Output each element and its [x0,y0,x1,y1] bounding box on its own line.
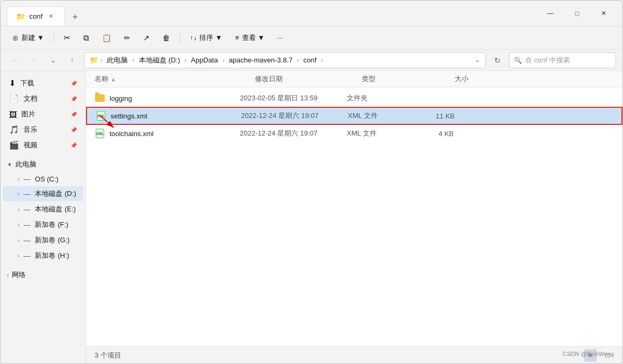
up-button[interactable]: ↑ [65,53,80,68]
this-pc-header[interactable]: ▼ 此电脑 [1,157,85,172]
col-date-label: 修改日期 [255,75,283,83]
sidebar-item-music[interactable]: 🎵 音乐 📌 [3,122,83,137]
sort-button[interactable]: ↑↓ 排序 ▼ [184,30,227,45]
f-chevron: › [18,222,19,228]
this-pc-section: ▼ 此电脑 › — OS (C:) › — 本地磁盘 (D:) › — 本地磁盘… [1,157,85,263]
more-button[interactable]: ··· [272,31,289,44]
c-chevron: › [18,176,19,182]
sidebar: ⬇ 下载 📌 📄 文档 📌 🖼 图片 📌 🎵 音乐 📌 🎬 视频 [1,71,86,363]
column-headers: 名称 ▲ 修改日期 类型 大小 [86,71,622,88]
sidebar-item-f[interactable]: › — 新加卷 (F:) [3,217,83,232]
more-icon: ··· [277,34,283,42]
file-size-1: 11 KB [412,112,455,120]
forward-button[interactable]: → [26,53,41,68]
sort-arrow-name: ▲ [111,76,116,82]
sidebar-e-label: 本地磁盘 (E:) [35,204,76,214]
toolbar-sep-2 [180,33,180,43]
sidebar-videos-label: 视频 [24,140,37,150]
file-area: 名称 ▲ 修改日期 类型 大小 [86,71,622,346]
minimize-button[interactable]: — [538,5,563,22]
file-list: logging 2023-02-05 星期日 13:59 文件夹 XML set… [86,88,622,346]
g-chevron: › [18,238,19,243]
rename-button[interactable]: ✏ [119,31,136,45]
sort-label: 排序 ▼ [199,33,222,43]
path-item-3[interactable]: apache-maven-3.8.7 [227,55,294,65]
back-button[interactable]: ← [7,53,22,68]
table-row[interactable]: XML toolchains.xml 2022-12-24 星期六 19:07 … [86,125,622,142]
sidebar-d-label: 本地磁盘 (D:) [35,189,76,199]
network-label: 网络 [12,270,26,280]
g-drive-icon: — [24,236,30,244]
file-type-0: 文件夹 [347,93,411,103]
address-path[interactable]: 📁 › 此电脑 › 本地磁盘 (D:) › AppData › apache-m… [84,52,486,68]
table-row[interactable]: logging 2023-02-05 星期日 13:59 文件夹 [86,90,622,107]
file-name-cell-1: XML settings.xml [96,110,241,121]
delete-button[interactable]: 🗑 [157,31,175,45]
tab-close-button[interactable]: ✕ [47,12,56,21]
view-button[interactable]: ≡ 查看 ▼ [230,30,270,45]
downloads-pin-icon: 📌 [71,81,77,86]
sidebar-item-pictures[interactable]: 🖼 图片 📌 [3,107,83,122]
sidebar-pictures-label: 图片 [21,109,35,119]
sidebar-item-documents[interactable]: 📄 文档 📌 [3,91,83,106]
tab-area: 📁 conf ✕ + [7,1,538,26]
tab-label: conf [29,12,43,20]
col-name-label: 名称 [95,74,108,84]
path-item-0[interactable]: 此电脑 [105,54,130,66]
table-row[interactable]: XML settings.xml 2022-12-24 星期六 19:07 XM… [86,107,622,125]
main-area: ⬇ 下载 📌 📄 文档 📌 🖼 图片 📌 🎵 音乐 📌 🎬 视频 [1,71,622,363]
path-sep-0: › [100,56,103,64]
pictures-pin-icon: 📌 [71,112,77,117]
new-icon: ⊕ [12,34,19,42]
network-section: › 网络 [1,267,85,282]
file-name-0: logging [110,94,132,102]
path-item-4[interactable]: conf [301,55,319,65]
sidebar-item-h[interactable]: › — 新加卷 (H:) [3,248,83,263]
new-label: 新建 ▼ [21,33,44,43]
new-button[interactable]: ⊕ 新建 ▼ [7,30,49,45]
share-button[interactable]: ↗ [138,31,155,45]
maximize-button[interactable]: □ [565,5,589,22]
view-icon: ≡ [235,34,239,42]
new-tab-button[interactable]: + [67,9,84,26]
file-area-wrapper: 名称 ▲ 修改日期 类型 大小 [86,71,622,363]
sort-icon: ↑↓ [190,34,197,42]
network-header[interactable]: › 网络 [1,267,85,282]
search-box[interactable]: 🔍 在 conf 中搜索 [509,52,616,68]
path-item-1[interactable]: 本地磁盘 (D:) [137,54,182,66]
paste-button[interactable]: 📋 [97,31,116,45]
f-drive-icon: — [24,221,30,229]
documents-pin-icon: 📌 [71,96,77,102]
music-icon: 🎵 [9,125,19,134]
sidebar-item-g[interactable]: › — 新加卷 (G:) [3,233,83,248]
d-drive-icon: — [24,190,30,198]
path-sep-1: › [132,56,134,64]
d-chevron: › [18,191,19,197]
tab-folder-icon: 📁 [16,12,25,21]
recent-button[interactable]: ⌄ [45,53,60,68]
file-name-2: toolchains.xml [110,130,153,138]
watermark: CSDN @BeinWong [563,351,614,357]
share-icon: ↗ [143,34,150,42]
file-date-0: 2023-02-05 星期日 13:59 [240,93,347,103]
sidebar-item-videos[interactable]: 🎬 视频 📌 [3,138,83,153]
file-type-2: XML 文件 [347,129,411,138]
col-type-label: 类型 [362,75,376,83]
sidebar-item-c[interactable]: › — OS (C:) [3,172,83,186]
cut-button[interactable]: ✂ [58,30,76,45]
toolbar: ⊕ 新建 ▼ ✂ ⧉ 📋 ✏ ↗ 🗑 ↑↓ 排序 ▼ ≡ 查看 ▼ [1,26,622,50]
sidebar-item-d[interactable]: › — 本地磁盘 (D:) [3,186,83,201]
sidebar-documents-label: 文档 [24,94,37,104]
file-name-1: settings.xml [111,112,147,120]
copy-button[interactable]: ⧉ [78,30,95,45]
refresh-button[interactable]: ↻ [490,53,505,68]
path-item-2[interactable]: AppData [189,55,220,65]
sidebar-f-label: 新加卷 (F:) [35,220,68,230]
close-button[interactable]: ✕ [591,5,616,22]
videos-pin-icon: 📌 [71,143,77,148]
active-tab[interactable]: 📁 conf ✕ [7,6,65,26]
sidebar-item-e[interactable]: › — 本地磁盘 (E:) [3,202,83,217]
path-dropdown-icon[interactable]: ⌄ [475,57,480,64]
sidebar-item-downloads[interactable]: ⬇ 下载 📌 [3,76,83,91]
cut-icon: ✂ [64,33,71,43]
